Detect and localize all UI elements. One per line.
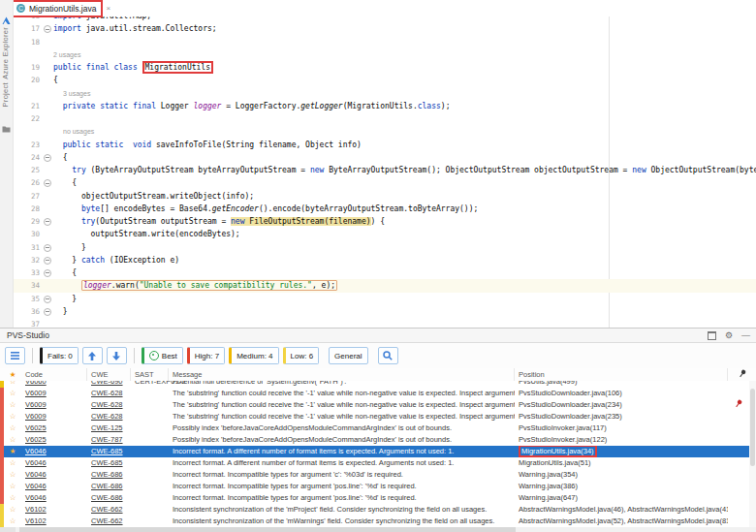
fold-icon[interactable] — [44, 269, 51, 277]
inlay-hint-row[interactable]: 3 usages — [13, 87, 756, 100]
search-button[interactable] — [378, 347, 398, 364]
star-icon[interactable]: ☆ — [4, 388, 21, 399]
cwe-cell[interactable]: CWE-686 — [87, 481, 131, 492]
table-row[interactable]: ☆V6060CWE-690CERT-EXP01-JPotential null … — [0, 381, 749, 388]
table-vertical-scrollbar[interactable] — [749, 381, 756, 527]
sidebar-item-project[interactable]: Project — [1, 82, 10, 107]
code-cell[interactable]: V6009 — [21, 411, 87, 422]
high-filter-button[interactable]: High: 7 — [187, 347, 225, 364]
code-line[interactable]: 35 } — [13, 293, 756, 305]
code-editor[interactable]: 16import java.util.Map;17import java.uti… — [13, 0, 756, 328]
table-row[interactable]: ☆V6102CWE-662Inconsistent synchronizatio… — [0, 504, 749, 516]
scrollbar-thumb[interactable] — [19, 527, 516, 532]
code-line[interactable]: 32 } catch (IOException e) — [13, 254, 756, 266]
table-horizontal-scrollbar[interactable] — [0, 527, 756, 532]
cwe-cell[interactable]: CWE-686 — [87, 469, 131, 481]
star-icon[interactable]: ☆ — [4, 492, 21, 504]
cwe-cell[interactable]: CWE-628 — [87, 388, 131, 399]
code-line[interactable]: 28 byte[] encodeBytes = Base64.getEncode… — [13, 203, 756, 215]
fold-icon[interactable] — [44, 25, 51, 33]
position-cell[interactable]: Warning.java(354) — [515, 469, 728, 481]
medium-filter-button[interactable]: Medium: 4 — [229, 347, 278, 364]
previous-warning-button[interactable] — [82, 347, 103, 364]
column-header-code[interactable]: Code — [21, 368, 87, 381]
table-row[interactable]: ☆V6046CWE-686Incorrect format. Incompati… — [0, 469, 749, 481]
cwe-cell[interactable]: CWE-685 — [87, 446, 131, 457]
fold-icon[interactable] — [44, 244, 51, 252]
code-cell[interactable]: V6009 — [21, 388, 87, 399]
scrollbar-thumb[interactable] — [750, 389, 755, 466]
minimize-icon[interactable]: — — [741, 331, 750, 340]
cwe-cell[interactable]: CWE-662 — [87, 504, 131, 516]
code-line[interactable]: 22 — [13, 112, 756, 125]
gear-icon[interactable]: ⚙ — [725, 331, 733, 340]
cwe-cell[interactable]: CWE-690 — [87, 381, 131, 388]
sidebar-item-azure-explorer[interactable]: Azure Explorer — [1, 27, 10, 79]
code-cell[interactable]: V6046 — [21, 469, 87, 481]
best-filter-button[interactable]: Best — [142, 347, 183, 364]
next-warning-button[interactable] — [107, 347, 127, 364]
fails-filter-button[interactable]: Fails: 0 — [40, 347, 79, 364]
position-cell[interactable]: AbstractWarningsModel.java(46), Abstract… — [515, 504, 728, 516]
general-filter-button[interactable]: General — [329, 347, 367, 364]
table-row[interactable]: ☆V6102CWE-662Inconsistent synchronizatio… — [0, 516, 749, 527]
favorites-column-header-star-icon[interactable]: ★ — [4, 370, 21, 379]
position-cell[interactable]: PvsStudioDownloader.java(106) — [515, 388, 728, 399]
star-icon[interactable]: ☆ — [4, 399, 21, 411]
table-row[interactable]: ☆V6025CWE-787Possibly index 'beforeJavaC… — [0, 434, 749, 446]
tab-close-icon[interactable]: × — [106, 4, 110, 13]
code-cell[interactable]: V6009 — [21, 399, 87, 411]
cwe-cell[interactable]: CWE-628 — [87, 411, 131, 422]
code-line[interactable]: 17import java.util.stream.Collectors; — [13, 22, 756, 35]
usages-hint[interactable]: 2 usages — [53, 51, 80, 58]
inlay-hint-row[interactable]: no usages — [13, 125, 756, 138]
usages-hint[interactable]: no usages — [53, 128, 94, 135]
code-line[interactable]: 31 } — [13, 241, 756, 254]
code-line[interactable]: 29 try(OutputStream outputStream = new F… — [13, 215, 756, 228]
code-cell[interactable]: V6102 — [21, 516, 87, 527]
low-filter-button[interactable]: Low: 6 — [283, 347, 320, 364]
code-line[interactable]: 21 private static final Logger logger = … — [13, 100, 756, 112]
pin-column-header-icon[interactable] — [728, 369, 756, 380]
table-row[interactable]: ☆V6025CWE-125Possibly index 'beforeJavaC… — [0, 422, 749, 434]
table-row[interactable]: ☆V6046CWE-685Incorrect format. A differe… — [0, 457, 749, 469]
star-icon[interactable]: ☆ — [4, 381, 21, 388]
code-line[interactable]: 19public final class MigrationUtils — [13, 61, 756, 74]
star-icon[interactable]: ☆ — [4, 411, 21, 422]
code-line[interactable]: 37 — [13, 318, 756, 328]
code-cell[interactable]: V6046 — [21, 446, 87, 457]
code-cell[interactable]: V6046 — [21, 481, 87, 492]
star-icon[interactable]: ☆ — [4, 481, 21, 492]
fold-icon[interactable] — [44, 179, 51, 187]
code-cell[interactable]: V6046 — [21, 492, 87, 504]
fold-icon[interactable] — [44, 218, 51, 226]
code-line[interactable]: 33 { — [13, 266, 756, 279]
menu-button[interactable] — [5, 347, 25, 364]
inlay-hint-row[interactable]: 2 usages — [13, 48, 756, 61]
position-cell[interactable]: AbstractWarningsModel.java(52), Abstract… — [515, 516, 728, 527]
star-icon[interactable]: ☆ — [4, 516, 21, 527]
code-cell[interactable]: V6046 — [21, 457, 87, 469]
star-icon[interactable]: ☆ — [4, 434, 21, 446]
code-line[interactable]: 25 try (ByteArrayOutputStream byteArrayO… — [13, 164, 756, 176]
star-icon[interactable]: ★ — [4, 446, 21, 457]
code-line[interactable]: 18 — [13, 36, 756, 48]
position-cell[interactable]: PvsStudioDownloader.java(235) — [515, 411, 728, 422]
cwe-cell[interactable]: CWE-686 — [87, 492, 131, 504]
position-cell[interactable]: PvsStudioDownloader.java(234) — [515, 399, 728, 411]
cwe-cell[interactable]: CWE-125 — [87, 422, 131, 434]
column-header-sast[interactable]: SAST — [131, 368, 169, 381]
position-cell[interactable]: PvsUtils.java(499) — [515, 381, 728, 388]
fold-icon[interactable] — [44, 308, 51, 316]
code-line[interactable]: 26 { — [13, 176, 756, 189]
position-cell[interactable]: PvsStudioInvoker.java(122) — [515, 434, 728, 446]
column-header-position[interactable]: Position — [515, 368, 728, 381]
star-icon[interactable]: ☆ — [4, 469, 21, 481]
position-cell[interactable]: MigrationUtils.java(51) — [515, 457, 728, 469]
position-cell[interactable]: Warning.java(386) — [515, 481, 728, 492]
position-cell[interactable]: MigrationUtils.java(34) — [515, 446, 728, 457]
star-icon[interactable]: ☆ — [4, 504, 21, 516]
code-line[interactable]: 20{ — [13, 74, 756, 86]
code-cell[interactable]: V6102 — [21, 504, 87, 516]
cwe-cell[interactable]: CWE-685 — [87, 457, 131, 469]
